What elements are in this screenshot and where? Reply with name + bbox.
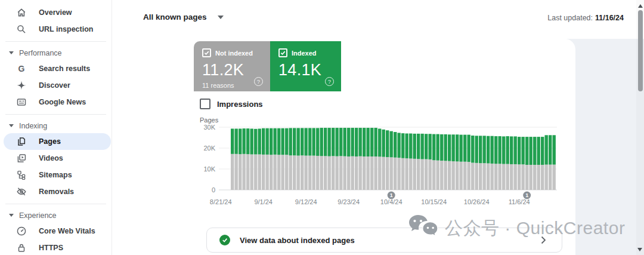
svg-text:G: G <box>18 64 25 73</box>
sidebar-divider <box>5 114 106 115</box>
not-indexed-card[interactable]: Not indexed 11.2K 11 reasons <box>194 41 270 91</box>
svg-text:20K: 20K <box>203 145 215 152</box>
not-indexed-checkbox[interactable] <box>202 48 211 57</box>
svg-text:30K: 30K <box>203 124 215 131</box>
last-updated: Last updated:11/16/24 <box>547 14 624 22</box>
not-indexed-label: Not indexed <box>215 50 253 57</box>
sidebar-item-core-web-vitals[interactable]: Core Web Vitals <box>0 223 112 239</box>
vertical-scrollbar[interactable] <box>636 0 644 255</box>
sidebar-item-removals[interactable]: Removals <box>0 183 112 200</box>
sidebar-item-search-results[interactable]: GSearch results <box>0 60 112 77</box>
svg-text:10K: 10K <box>203 165 215 173</box>
scroll-up-arrow-icon[interactable] <box>638 4 643 8</box>
sidebar-item-label: Search results <box>39 64 90 73</box>
page-filter-value: All known pages <box>143 13 207 21</box>
removals-icon <box>16 186 27 197</box>
indexing-chart-svg: Pages30K20K10K08/21/249/1/249/12/249/23/… <box>199 117 571 213</box>
svg-text:1: 1 <box>525 192 528 198</box>
impressions-checkbox[interactable] <box>200 99 210 109</box>
sidebar-item-https[interactable]: HTTPS <box>0 239 112 255</box>
section-label: Performance <box>19 49 62 57</box>
sidebar-section-performance[interactable]: Performance <box>0 45 112 60</box>
svg-text:9/12/24: 9/12/24 <box>295 198 317 205</box>
sidebar-divider <box>5 204 106 204</box>
not-indexed-value: 11.2K <box>202 61 270 79</box>
collapse-caret-icon <box>9 214 14 217</box>
section-label: Indexing <box>19 122 47 130</box>
sidebar-item-label: Videos <box>39 154 63 162</box>
indexed-value: 14.1K <box>278 61 341 79</box>
indexed-label: Indexed <box>292 50 317 57</box>
svg-text:10/4/24: 10/4/24 <box>380 198 402 205</box>
sitemaps-icon <box>16 170 27 180</box>
sidebar-item-videos[interactable]: Videos <box>0 150 112 167</box>
sidebar-section-experience[interactable]: Experience <box>0 208 112 223</box>
svg-text:10/15/24: 10/15/24 <box>421 198 447 205</box>
sidebar-section-indexing[interactable]: Indexing <box>0 118 112 133</box>
collapse-caret-icon <box>9 124 14 127</box>
sidebar-item-label: Pages <box>39 137 61 146</box>
pages-chart: Pages30K20K10K08/21/249/1/249/12/249/23/… <box>199 117 571 213</box>
scroll-down-arrow-icon[interactable] <box>637 248 642 251</box>
check-icon <box>204 50 209 56</box>
search-icon <box>16 24 27 35</box>
impressions-toggle[interactable]: Impressions <box>200 99 263 109</box>
sidebar-divider <box>5 41 106 42</box>
news-icon <box>16 97 27 107</box>
last-updated-label: Last updated: <box>547 14 593 22</box>
collapse-caret-icon <box>9 51 14 54</box>
indexed-card[interactable]: Indexed 14.1K <box>270 41 341 91</box>
check-circle-icon <box>219 235 230 245</box>
sidebar-item-google-news[interactable]: Google News <box>0 94 112 110</box>
svg-text:9/1/24: 9/1/24 <box>254 198 273 205</box>
section-label: Experience <box>19 211 57 220</box>
sidebar-item-url-inspection[interactable]: URL inspection <box>0 21 112 38</box>
top-bar: All known pages Last updated:11/16/24 <box>112 0 644 39</box>
view-data-link[interactable]: View data about indexed pages <box>206 228 562 253</box>
svg-text:10/26/24: 10/26/24 <box>464 198 490 205</box>
sidebar-item-sitemaps[interactable]: Sitemaps <box>0 167 112 183</box>
main-panel: Not indexed 11.2K 11 reasons Indexed 14.… <box>112 39 575 255</box>
view-data-label: View data about indexed pages <box>240 236 355 245</box>
summary-cards: Not indexed 11.2K 11 reasons Indexed 14.… <box>194 41 341 91</box>
svg-text:11/6/24: 11/6/24 <box>509 198 530 205</box>
sidebar-item-pages[interactable]: Pages <box>4 133 111 150</box>
lock-icon <box>16 242 27 253</box>
check-icon <box>280 50 286 56</box>
sidebar-item-label: Discover <box>39 81 70 90</box>
pages-icon <box>16 136 27 147</box>
indexed-checkbox[interactable] <box>278 48 287 57</box>
impressions-label: Impressions <box>217 100 263 109</box>
sidebar: OverviewURL inspectionPerformanceGSearch… <box>0 0 112 255</box>
page-filter-dropdown[interactable]: All known pages <box>143 13 224 21</box>
svg-text:9/23/24: 9/23/24 <box>338 198 360 205</box>
sidebar-item-label: Removals <box>39 188 74 196</box>
svg-text:Pages: Pages <box>200 117 219 124</box>
sidebar-item-label: URL inspection <box>39 25 93 33</box>
chevron-right-icon[interactable] <box>541 236 546 244</box>
gauge-icon <box>16 226 27 236</box>
sidebar-item-label: Google News <box>39 98 86 106</box>
videos-icon <box>16 153 27 164</box>
chevron-down-icon <box>218 16 224 19</box>
sidebar-item-label: Sitemaps <box>39 171 72 179</box>
sidebar-item-discover[interactable]: Discover <box>0 77 112 94</box>
scrollbar-thumb[interactable] <box>638 10 643 91</box>
svg-text:0: 0 <box>212 186 215 193</box>
last-updated-value: 11/16/24 <box>595 14 624 22</box>
sparkle-icon <box>16 80 27 91</box>
help-icon[interactable] <box>325 77 334 86</box>
sidebar-item-label: Core Web Vitals <box>39 227 95 235</box>
sidebar-item-overview[interactable]: Overview <box>0 4 112 21</box>
google-g-icon: G <box>16 63 27 74</box>
svg-text:1: 1 <box>390 192 393 198</box>
sidebar-item-label: Overview <box>39 8 72 17</box>
home-icon <box>16 7 27 18</box>
svg-text:8/21/24: 8/21/24 <box>210 198 232 205</box>
sidebar-item-label: HTTPS <box>39 244 63 252</box>
help-icon[interactable] <box>254 77 263 86</box>
